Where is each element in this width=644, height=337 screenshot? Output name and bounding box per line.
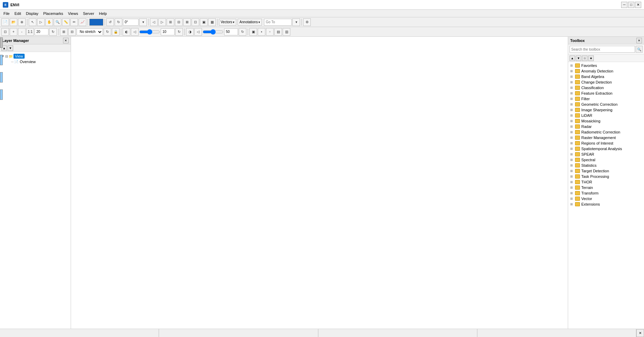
status-close-button[interactable]: ✕ xyxy=(636,329,644,337)
layer-toggle-btn[interactable]: ▣ xyxy=(249,28,257,36)
nav-btn4[interactable]: ⊡ xyxy=(192,18,199,26)
toolbox-item-expand-13[interactable]: ⊞ xyxy=(570,136,574,139)
zoom-value2-input[interactable] xyxy=(161,28,175,35)
toolbox-item-expand-23[interactable]: ⊞ xyxy=(570,191,574,195)
toolbox-close-btn[interactable]: ✕ xyxy=(636,38,642,43)
transparency-refresh-button[interactable]: ↻ xyxy=(239,28,246,36)
overview-item[interactable]: Overview xyxy=(19,59,36,64)
toolbox-item-transform[interactable]: ⊞Transform xyxy=(568,190,644,196)
toolbox-item-expand-8[interactable]: ⊞ xyxy=(570,108,574,112)
toolbox-search-button[interactable]: 🔍 xyxy=(636,46,643,53)
toolbox-item-geometric-correction[interactable]: ⊞Geometric Correction xyxy=(568,102,644,107)
nav-btn2[interactable]: ⊟ xyxy=(175,18,183,26)
toolbox-star-btn[interactable]: ☆ xyxy=(582,55,588,61)
toolbox-item-expand-9[interactable]: ⊞ xyxy=(570,114,574,117)
toolbox-item-expand-15[interactable]: ⊞ xyxy=(570,147,574,150)
rotation-input[interactable] xyxy=(123,19,139,26)
opacity-btn1[interactable]: ◐ xyxy=(123,28,130,36)
layer-btn4[interactable]: ▤ xyxy=(274,28,282,36)
toolbox-item-thor[interactable]: ⊞THOR xyxy=(568,179,644,185)
opacity-refresh-button[interactable]: ↻ xyxy=(175,28,183,36)
toolbox-item-favorites[interactable]: ⊞Favorites xyxy=(568,63,644,68)
center-canvas[interactable] xyxy=(71,37,568,329)
toolbox-item-spear[interactable]: ⊞SPEAR xyxy=(568,152,644,157)
toolbox-item-extensions[interactable]: ⊞Extensions xyxy=(568,201,644,207)
toolbox-item-spatiotemporal-analysis[interactable]: ⊞Spatiotemporal Analysis xyxy=(568,146,644,152)
nav-btn3[interactable]: ⊠ xyxy=(183,18,191,26)
toolbox-expand-btn[interactable]: ▼ xyxy=(576,55,581,61)
layer-manager-close-btn[interactable]: ✕ xyxy=(63,38,69,43)
menu-file[interactable]: File xyxy=(1,11,12,16)
goto-button[interactable]: ▾ xyxy=(292,18,300,26)
edge-tab-4[interactable] xyxy=(0,89,3,100)
toolbox-unstar-btn[interactable]: ★ xyxy=(588,55,594,61)
new-file-button[interactable]: 📄 xyxy=(1,18,9,26)
annotations-dropdown[interactable]: Annotations ▾ xyxy=(238,19,262,26)
pointer-button[interactable]: ▷ xyxy=(37,18,45,26)
menu-placemarks[interactable]: Placemarks xyxy=(41,11,65,16)
toolbox-item-expand-4[interactable]: ⊞ xyxy=(570,86,574,89)
measure-button[interactable]: 📏 xyxy=(62,18,70,26)
toolbox-item-expand-20[interactable]: ⊞ xyxy=(570,175,574,178)
stretch-btn1[interactable]: ⊞ xyxy=(60,28,68,36)
toolbox-item-expand-3[interactable]: ⊞ xyxy=(570,80,574,84)
profile-button[interactable]: 📈 xyxy=(79,18,86,26)
toolbox-item-expand-22[interactable]: ⊞ xyxy=(570,186,574,189)
toolbox-item-statistics[interactable]: ⊞Statistics xyxy=(568,163,644,168)
zoom-value3-input[interactable] xyxy=(224,28,238,35)
toolbox-item-target-detection[interactable]: ⊞Target Detection xyxy=(568,168,644,174)
rotation-apply-button[interactable]: ▾ xyxy=(139,18,147,26)
toolbox-item-task-processing[interactable]: ⊞Task Processing xyxy=(568,174,644,179)
menu-display[interactable]: Display xyxy=(24,11,41,16)
opacity-slider-left[interactable]: ◁ xyxy=(131,28,139,36)
stretch-btn2[interactable]: ⊟ xyxy=(68,28,76,36)
toolbox-item-lidar[interactable]: ⊞LiDAR xyxy=(568,113,644,118)
select-button[interactable]: ↖ xyxy=(29,18,36,26)
toolbox-item-expand-19[interactable]: ⊞ xyxy=(570,169,574,173)
toolbox-item-feature-extraction[interactable]: ⊞Feature Extraction xyxy=(568,90,644,96)
nav-btn1[interactable]: ⊞ xyxy=(167,18,174,26)
nav-back-button[interactable]: ◁ xyxy=(150,18,158,26)
edge-tab-3[interactable] xyxy=(0,72,3,83)
stretch-refresh-button[interactable]: ↻ xyxy=(104,28,111,36)
color-box[interactable] xyxy=(89,19,103,26)
toolbox-item-expand-5[interactable]: ⊞ xyxy=(570,92,574,95)
menu-help[interactable]: Help xyxy=(97,11,109,16)
toolbox-item-raster-management[interactable]: ⊞Raster Management xyxy=(568,135,644,140)
toolbox-search-input[interactable] xyxy=(570,46,635,53)
layer-show-btn[interactable]: ▫ xyxy=(266,28,274,36)
nav-btn5[interactable]: ▣ xyxy=(200,18,208,26)
toolbox-collapse-btn[interactable]: ▲ xyxy=(570,55,575,61)
edge-tab-2[interactable] xyxy=(0,55,3,65)
goto-input[interactable] xyxy=(264,19,292,26)
toolbox-item-radiometric-correction[interactable]: ⊞Radiometric Correction xyxy=(568,129,644,135)
toolbox-item-image-sharpening[interactable]: ⊞Image Sharpening xyxy=(568,107,644,113)
toolbox-item-regions-of-interest[interactable]: ⊞Regions of Interest xyxy=(568,140,644,146)
toolbox-item-expand-25[interactable]: ⊞ xyxy=(570,202,574,206)
nav-btn6[interactable]: ▦ xyxy=(208,18,216,26)
layer-btn5[interactable]: ▥ xyxy=(283,28,290,36)
vectors-dropdown[interactable]: Vectors ▾ xyxy=(219,19,236,26)
toolbox-item-terrain[interactable]: ⊞Terrain xyxy=(568,185,644,190)
toolbox-item-spectral[interactable]: ⊞Spectral xyxy=(568,157,644,163)
toolbox-item-expand-18[interactable]: ⊞ xyxy=(570,164,574,167)
toolbox-item-expand-11[interactable]: ⊞ xyxy=(570,125,574,128)
edge-tab-1[interactable] xyxy=(0,37,3,48)
toolbox-item-band-algebra[interactable]: ⊞Band Algebra xyxy=(568,74,644,79)
toolbox-item-expand-2[interactable]: ⊞ xyxy=(570,75,574,78)
toolbox-item-expand-6[interactable]: ⊞ xyxy=(570,97,574,101)
view-item[interactable]: View xyxy=(14,54,25,59)
transparency-slider[interactable] xyxy=(203,29,223,35)
toolbox-item-expand-21[interactable]: ⊞ xyxy=(570,180,574,184)
toolbox-item-vector[interactable]: ⊞Vector xyxy=(568,196,644,201)
layer-hide-btn[interactable]: ▪ xyxy=(258,28,265,36)
pan-button[interactable]: ✋ xyxy=(45,18,53,26)
toolbox-item-mosaicking[interactable]: ⊞Mosaicking xyxy=(568,118,644,124)
zoom-out-button[interactable]: - xyxy=(18,28,26,36)
transparency-slider-left[interactable]: ◁ xyxy=(194,28,202,36)
layer-manager-down-btn[interactable]: ▼ xyxy=(8,45,13,51)
toolbox-item-expand-14[interactable]: ⊞ xyxy=(570,141,574,145)
open-file-button[interactable]: 📂 xyxy=(10,18,17,26)
maximize-button[interactable]: □ xyxy=(628,2,634,8)
annotate-button[interactable]: ✏ xyxy=(70,18,78,26)
